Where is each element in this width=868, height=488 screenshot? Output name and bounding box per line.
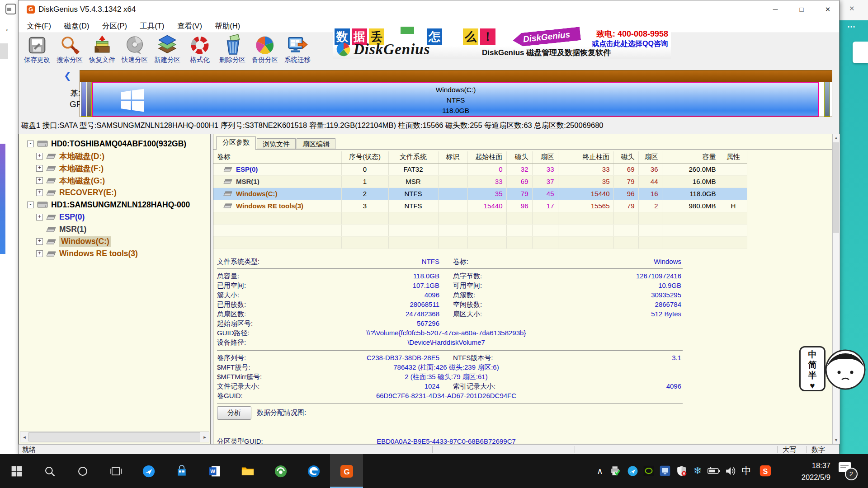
tree-item-local-g[interactable]: + 本地磁盘(G:) — [36, 174, 105, 187]
disk-map: Windows(C:) NTFS 118.0GB — [80, 70, 832, 117]
cortana-button[interactable] — [66, 454, 99, 488]
expand-plus-icon[interactable]: + — [36, 165, 43, 172]
tree-item-windows-c[interactable]: + Windows(C:) — [36, 235, 111, 248]
taskbar-app-store[interactable] — [165, 454, 198, 488]
scrollbar-thumb[interactable] — [833, 142, 839, 233]
table-row-windows-re[interactable]: Windows RE tools(3) 3 NTFS 15440 96 17 1… — [213, 200, 747, 212]
scroll-left-icon[interactable]: ◂ — [20, 432, 28, 442]
tab-sector-edit[interactable]: 扇区编辑 — [297, 138, 335, 149]
ime-status-box[interactable]: 中 简 半 ♥ — [799, 346, 826, 391]
tree-horizontal-scrollbar[interactable]: ◂ ▸ — [20, 432, 209, 442]
taskbar-app-edge[interactable] — [297, 454, 330, 488]
cartoon-face[interactable] — [825, 349, 866, 390]
expand-plus-icon[interactable]: + — [36, 177, 43, 184]
expand-plus-icon[interactable]: + — [36, 153, 43, 160]
ad-banner[interactable]: 数 据 丢 怎 么 ！ DiskGenius 致电: 400-008-9958 … — [333, 26, 671, 59]
edge-icon — [307, 465, 321, 478]
tray-snowflake-icon[interactable]: ❄ — [691, 464, 704, 478]
status-separator — [575, 446, 575, 453]
new-partition-button[interactable]: 新建分区 — [151, 34, 183, 68]
tray-ime-chinese-icon[interactable]: 中 — [740, 464, 753, 478]
menu-view[interactable]: 查看(V) — [177, 19, 202, 33]
tree-item-windows-re[interactable]: + Windows RE tools(3) — [36, 248, 138, 260]
partition-strip-esp[interactable] — [81, 82, 86, 117]
recover-files-button[interactable]: 恢复文件 — [86, 34, 118, 68]
taskbar-app-word[interactable]: W — [198, 454, 231, 488]
diskgenius-logo-icon: G — [27, 5, 35, 14]
menu-tools[interactable]: 工具(T) — [140, 19, 164, 33]
taskbar-app-diskgenius-active[interactable]: G — [330, 454, 363, 488]
tree-item-local-d[interactable]: + 本地磁盘(D:) — [36, 150, 104, 162]
expand-plus-icon[interactable]: + — [36, 238, 43, 245]
maximize-button[interactable]: □ — [788, 0, 815, 19]
tab-browse-files[interactable]: 浏览文件 — [257, 138, 296, 149]
system-migration-button[interactable]: 系统迁移 — [282, 34, 313, 68]
format-button[interactable]: 格式化 — [184, 34, 216, 68]
right-panel-scrollbar[interactable]: ▲ ▼ — [832, 134, 840, 444]
backup-partition-button[interactable]: 备份分区 — [249, 34, 281, 68]
tree-item-hd0[interactable]: - HD0:TOSHIBAMQ04ABF100(932GB) — [27, 138, 186, 150]
windows-start-icon — [11, 465, 23, 477]
analyze-button[interactable]: 分析 — [217, 406, 251, 420]
tab-partition-params[interactable]: 分区参数 — [216, 136, 256, 150]
minimize-button[interactable]: ─ — [762, 0, 788, 19]
expand-minus-icon[interactable]: - — [27, 202, 34, 208]
back-arrow-icon[interactable]: ← — [4, 23, 14, 34]
delete-partition-button[interactable]: 删除分区 — [217, 34, 248, 68]
tray-intel-graphics-icon[interactable] — [658, 464, 672, 478]
tree-item-msr[interactable]: MSR(1) — [36, 223, 86, 235]
menu-partition[interactable]: 分区(P) — [102, 19, 127, 33]
partition-block-windows-c[interactable]: Windows(C:) NTFS 118.0GB — [92, 82, 819, 117]
partition-strip-msr[interactable] — [87, 82, 92, 117]
detail-row-clipped: 分区类型GUID:EBD0A0A2-B9E5-4433-87C0-68B6B72… — [213, 437, 711, 444]
disk-map-header-band[interactable] — [80, 70, 832, 82]
expand-plus-icon[interactable]: + — [36, 250, 43, 257]
expand-plus-icon[interactable]: + — [36, 189, 43, 196]
task-view-button[interactable] — [99, 454, 132, 488]
expand-plus-icon[interactable]: + — [36, 214, 43, 221]
tray-defender-icon[interactable] — [675, 464, 688, 478]
scroll-up-icon[interactable]: ▲ — [833, 134, 840, 141]
close-button[interactable]: ✕ — [815, 0, 841, 19]
taskbar-app-messenger[interactable] — [132, 454, 165, 488]
table-row-msr[interactable]: MSR(1) 1 MSR 33 69 37 35 79 44 16.0MB — [213, 175, 747, 188]
prev-disk-arrow-icon[interactable]: ❮ — [64, 70, 71, 80]
scroll-right-icon[interactable]: ▸ — [201, 432, 209, 442]
taskbar-app-file-explorer[interactable] — [231, 454, 264, 488]
menu-help[interactable]: 帮助(H) — [215, 19, 240, 33]
floating-ime-widget[interactable]: 中 简 半 ♥ — [799, 342, 868, 392]
detail-row: 文件记录大小:1024 索引记录大小:4096 — [213, 382, 711, 392]
table-row-windows-c-selected[interactable]: Windows(C:) 2 NTFS 35 79 45 15440 96 16 … — [213, 188, 747, 200]
table-row-esp[interactable]: ESP(0) 0 FAT32 0 32 33 33 69 36 260.0MB — [213, 163, 747, 175]
tray-volume-icon[interactable] — [723, 464, 737, 478]
taskbar-app-browser-360[interactable] — [264, 454, 297, 488]
tray-nvidia-icon[interactable] — [642, 464, 656, 478]
scroll-down-icon[interactable]: ▼ — [833, 436, 840, 444]
tree-item-hd1[interactable]: - HD1:SAMSUNGMZNLN128HAHQ-000 — [27, 199, 190, 211]
partition-strip-re-tools[interactable] — [824, 82, 830, 117]
tray-chevron-icon[interactable]: ∧ — [593, 464, 607, 478]
more-dots-icon[interactable]: ⋯ — [847, 22, 855, 32]
tray-printer-icon[interactable] — [609, 464, 622, 478]
tray-sogou-icon[interactable]: S — [759, 464, 772, 478]
tree-item-esp[interactable]: + ESP(0) — [36, 211, 85, 223]
menu-disk[interactable]: 磁盘(D) — [64, 19, 90, 33]
taskbar-search-button[interactable] — [33, 454, 66, 488]
expand-minus-icon[interactable]: - — [27, 141, 34, 147]
quick-partition-button[interactable]: 快速分区 — [119, 34, 151, 68]
tree-item-recovery-e[interactable]: + RECOVERY(E:) — [36, 187, 117, 199]
disc-icon — [124, 35, 145, 56]
start-button[interactable] — [0, 454, 33, 488]
background-close-icon[interactable]: ✕ — [849, 5, 855, 13]
taskbar-clock[interactable]: 18:37 2022/5/9 — [780, 460, 830, 483]
save-changes-button[interactable]: 保存更改 — [21, 34, 53, 68]
tray-bird-icon[interactable] — [626, 464, 639, 478]
notification-center-button[interactable]: 2 — [839, 462, 859, 480]
menu-file[interactable]: 文件(F) — [27, 19, 51, 33]
disk-icon — [37, 201, 48, 209]
scrollbar-thumb[interactable] — [28, 432, 200, 441]
svg-text:G: G — [344, 468, 349, 476]
tree-item-local-f[interactable]: + 本地磁盘(F:) — [36, 162, 104, 174]
search-partition-button[interactable]: 搜索分区 — [54, 34, 85, 68]
tray-battery-icon[interactable] — [707, 464, 721, 478]
